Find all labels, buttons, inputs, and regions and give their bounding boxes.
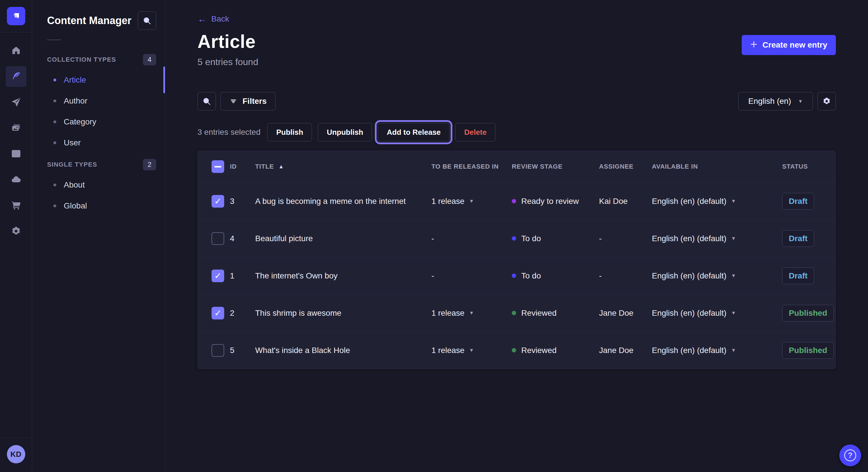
selection-count: 3 entries selected xyxy=(197,128,260,137)
sidebar-sections: COLLECTION TYPES4ArticleAuthorCategoryUs… xyxy=(32,50,165,216)
sidebar-item-label: Author xyxy=(64,96,88,105)
delete-button[interactable]: Delete xyxy=(455,123,495,141)
table-row[interactable]: 1The internet's Own boy-To do-English (e… xyxy=(198,257,836,294)
table-row[interactable]: 3A bug is becoming a meme on the interne… xyxy=(198,182,836,220)
column-header-available-in: AVAILABLE IN xyxy=(652,163,782,170)
gear-icon xyxy=(823,97,831,105)
rail-item-cart[interactable] xyxy=(6,195,26,216)
cell-id: 5 xyxy=(230,346,255,355)
row-checkbox[interactable] xyxy=(212,344,224,357)
sidebar-item-label: Category xyxy=(64,117,96,127)
content-manager-icon xyxy=(11,71,21,82)
cell-assignee: Jane Doe xyxy=(599,346,652,355)
cell-title: What's inside a Black Hole xyxy=(255,346,431,355)
back-link[interactable]: ← Back xyxy=(197,14,229,24)
bullet-icon xyxy=(53,121,56,123)
chevron-down-icon: ▼ xyxy=(731,236,736,241)
rail-item-home[interactable] xyxy=(6,40,26,61)
table-row[interactable]: 4Beautiful picture-To do-English (en) (d… xyxy=(198,220,836,257)
sidebar-item-author[interactable]: Author xyxy=(32,90,165,111)
row-checkbox[interactable] xyxy=(212,307,224,319)
sidebar-search-button[interactable] xyxy=(138,11,156,30)
column-header-assignee: ASSIGNEE xyxy=(599,163,652,170)
cell-assignee: - xyxy=(599,234,652,243)
sidebar-item-about[interactable]: About xyxy=(32,174,165,195)
column-header-id: ID xyxy=(230,163,255,170)
row-checkbox[interactable] xyxy=(212,232,224,245)
cell-available-in[interactable]: English (en) (default)▼ xyxy=(652,308,782,318)
sidebar-item-article[interactable]: Article xyxy=(32,69,165,90)
bullet-icon xyxy=(53,183,56,187)
rail-item-cloud[interactable] xyxy=(6,169,26,190)
stage-label: To do xyxy=(521,271,541,280)
cloud-icon xyxy=(11,174,21,186)
back-arrow-icon: ← xyxy=(197,14,207,24)
publish-button[interactable]: Publish xyxy=(267,123,312,141)
cart-icon xyxy=(11,200,21,211)
rail-item-send[interactable] xyxy=(6,92,26,113)
search-button[interactable] xyxy=(197,92,216,110)
stage-dot-icon xyxy=(512,236,516,241)
create-entry-button[interactable]: + Create new entry xyxy=(742,35,836,55)
sidebar-item-global[interactable]: Global xyxy=(32,195,165,216)
cell-available-in[interactable]: English (en) (default)▼ xyxy=(652,271,782,280)
cell-available-in[interactable]: English (en) (default)▼ xyxy=(652,346,782,355)
app-root: KD Content Manager COLLECTION TYPES4Arti… xyxy=(0,0,868,472)
cell-to-be-released-in[interactable]: 1 release▼ xyxy=(431,197,512,206)
cell-to-be-released-in: - xyxy=(431,271,512,280)
row-checkbox[interactable] xyxy=(212,270,224,282)
selection-bar: 3 entries selected PublishUnpublishAdd t… xyxy=(197,123,836,141)
locale-select[interactable]: English (en) ▼ xyxy=(738,92,813,110)
view-settings-button[interactable] xyxy=(817,92,836,110)
rail-item-layout[interactable] xyxy=(6,144,26,164)
locale-value: English (en) xyxy=(748,97,791,106)
media-library-icon xyxy=(11,123,21,134)
create-entry-label: Create new entry xyxy=(763,40,827,49)
stage-dot-icon xyxy=(512,274,516,278)
cell-to-be-released-in[interactable]: 1 release▼ xyxy=(431,346,512,355)
status-badge: Published xyxy=(782,342,834,359)
search-icon xyxy=(203,97,211,105)
cell-available-in[interactable]: English (en) (default)▼ xyxy=(652,197,782,206)
bullet-icon xyxy=(53,78,56,81)
locale-value: English (en) (default) xyxy=(652,234,726,243)
main-content: ← Back Article 5 entries found + Create … xyxy=(165,0,868,472)
cell-available-in[interactable]: English (en) (default)▼ xyxy=(652,234,782,243)
chevron-down-icon: ▼ xyxy=(798,99,803,104)
add-to-release-button[interactable]: Add to Release xyxy=(378,123,450,141)
rail-item-settings[interactable] xyxy=(6,221,26,242)
section-count-badge: 2 xyxy=(143,159,156,170)
sidebar-item-user[interactable]: User xyxy=(32,132,165,153)
rail-item-media-library[interactable] xyxy=(6,118,26,138)
table-row[interactable]: 5What's inside a Black Hole1 release▼Rev… xyxy=(198,332,836,369)
rail-item-content-manager[interactable] xyxy=(6,66,26,87)
select-all-checkbox[interactable] xyxy=(212,160,224,173)
unpublish-button[interactable]: Unpublish xyxy=(318,123,372,141)
column-header-status: STATUS xyxy=(782,163,836,170)
user-avatar[interactable]: KD xyxy=(7,445,25,463)
strapi-logo[interactable] xyxy=(7,7,25,25)
section-label: COLLECTION TYPES xyxy=(47,56,116,63)
sidebar-item-label: About xyxy=(64,180,85,190)
filters-label: Filters xyxy=(243,97,267,106)
status-badge: Draft xyxy=(782,193,814,210)
stage-dot-icon xyxy=(512,348,516,352)
column-header-title[interactable]: TITLE ▲ xyxy=(255,163,431,170)
column-header-review-stage: REVIEW STAGE xyxy=(512,163,599,170)
question-mark-icon: ? xyxy=(844,449,856,461)
cell-assignee: - xyxy=(599,271,652,280)
sidebar-item-category[interactable]: Category xyxy=(32,111,165,132)
cell-to-be-released-in[interactable]: 1 release▼ xyxy=(431,308,512,318)
settings-icon xyxy=(11,226,21,237)
row-checkbox[interactable] xyxy=(212,195,224,208)
table-body: 3A bug is becoming a meme on the interne… xyxy=(198,182,836,369)
help-button[interactable]: ? xyxy=(839,444,861,466)
table-row[interactable]: 2This shrimp is awesome1 release▼Reviewe… xyxy=(198,294,836,332)
column-header-title-label: TITLE xyxy=(255,163,274,170)
toolbar: Filters English (en) ▼ xyxy=(197,92,836,110)
filters-button[interactable]: Filters xyxy=(220,92,276,110)
search-icon xyxy=(143,16,151,25)
bullet-icon xyxy=(53,100,56,102)
section-header: SINGLE TYPES2 xyxy=(32,155,165,174)
cell-review-stage: Reviewed xyxy=(512,308,599,318)
